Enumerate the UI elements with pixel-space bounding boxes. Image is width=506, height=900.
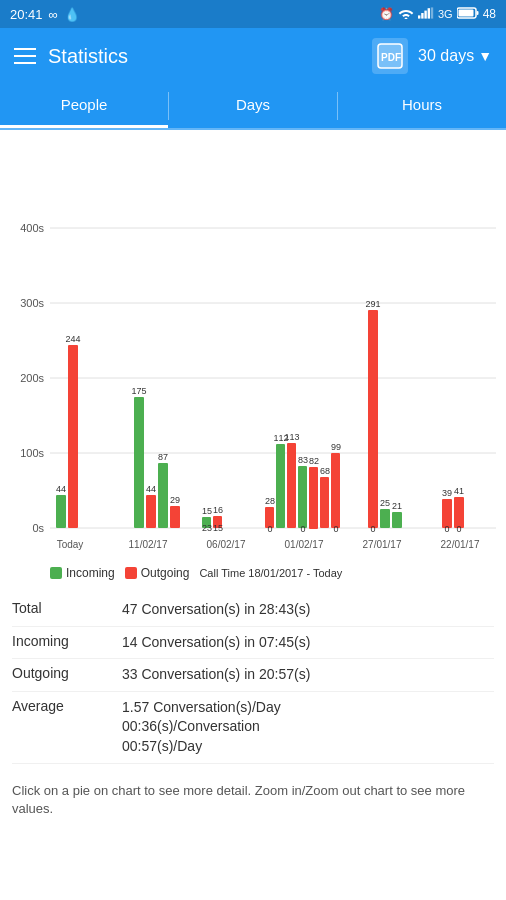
svg-point-0 [404,17,407,19]
svg-text:100s: 100s [20,447,44,459]
svg-rect-7 [476,11,478,15]
time-display: 20:41 [10,7,43,22]
stats-table: Total 47 Conversation(s) in 28:43(s) Inc… [0,586,506,772]
days-selector[interactable]: 30 days ▼ [418,47,492,65]
outgoing-color-swatch [125,567,137,579]
battery-level: 48 [483,7,496,21]
svg-text:15: 15 [202,506,212,516]
svg-rect-45 [276,444,285,528]
header-left: Statistics [14,45,128,68]
svg-text:175: 175 [131,386,146,396]
svg-rect-60 [368,310,378,528]
stats-value-average: 1.57 Conversation(s)/Day00:36(s)/Convers… [122,698,494,757]
legend-outgoing-label: Outgoing [141,566,190,580]
header-right: PDF 30 days ▼ [372,38,492,74]
svg-rect-55 [331,453,340,528]
svg-text:06/02/17: 06/02/17 [207,539,246,550]
svg-text:400s: 400s [20,222,44,234]
wifi-icon [398,7,414,22]
svg-rect-37 [170,506,180,528]
svg-rect-51 [309,467,318,529]
page-title: Statistics [48,45,128,68]
bar-chart[interactable]: 400s 300s 200s 100s 0s Today 11/02/17 06… [0,138,506,558]
svg-rect-31 [134,397,144,528]
svg-text:0: 0 [300,524,305,534]
legend-outgoing: Outgoing [125,566,190,580]
drop-icon: 💧 [64,7,80,22]
svg-text:99: 99 [331,442,341,452]
svg-rect-1 [418,15,420,18]
stats-label-outgoing: Outgoing [12,665,122,681]
svg-text:83: 83 [298,455,308,465]
tab-hours[interactable]: Hours [338,84,506,128]
chart-legend: Incoming Outgoing Call Time 18/01/2017 -… [0,558,506,586]
stats-row-incoming: Incoming 14 Conversation(s) in 07:45(s) [12,627,494,660]
svg-rect-2 [421,13,423,19]
svg-text:25: 25 [380,498,390,508]
stats-label-incoming: Incoming [12,633,122,649]
svg-rect-62 [380,509,390,528]
svg-text:16: 16 [213,505,223,515]
network-type: 3G [438,8,453,20]
svg-rect-35 [158,463,168,528]
svg-text:22/01/17: 22/01/17 [441,539,480,550]
legend-incoming-label: Incoming [66,566,115,580]
menu-button[interactable] [14,48,36,64]
svg-text:291: 291 [365,299,380,309]
svg-rect-5 [431,7,433,18]
svg-text:0: 0 [456,524,461,534]
footer-note: Click on a pie on chart to see more deta… [0,772,506,828]
app-header: Statistics PDF 30 days ▼ [0,28,506,84]
tab-people[interactable]: People [0,84,168,128]
svg-text:0: 0 [370,524,375,534]
svg-rect-53 [320,477,329,528]
svg-rect-27 [56,495,66,528]
svg-text:21: 21 [392,501,402,511]
svg-text:113: 113 [284,432,299,442]
svg-text:PDF: PDF [381,52,401,63]
svg-rect-64 [392,512,402,528]
infinity-icon: ∞ [49,7,58,22]
svg-rect-47 [287,443,296,528]
legend-calltime: Call Time 18/01/2017 - Today [199,567,342,579]
status-bar: 20:41 ∞ 💧 ⏰ 3G [0,0,506,28]
svg-text:200s: 200s [20,372,44,384]
status-right: ⏰ 3G [379,7,496,22]
signal-icon [418,7,434,22]
svg-rect-4 [428,8,430,18]
svg-text:44: 44 [56,484,66,494]
status-left: 20:41 ∞ 💧 [10,7,80,22]
svg-text:41: 41 [454,486,464,496]
stats-value-total: 47 Conversation(s) in 28:43(s) [122,600,494,620]
alarm-icon: ⏰ [379,7,394,21]
svg-rect-3 [424,10,426,18]
svg-text:0: 0 [333,524,338,534]
svg-text:44: 44 [146,484,156,494]
tab-days[interactable]: Days [169,84,337,128]
svg-text:0: 0 [444,524,449,534]
svg-text:23: 23 [202,523,212,533]
svg-text:01/02/17: 01/02/17 [285,539,324,550]
pdf-button[interactable]: PDF [372,38,408,74]
svg-text:11/02/17: 11/02/17 [129,539,168,550]
stats-value-incoming: 14 Conversation(s) in 07:45(s) [122,633,494,653]
stats-row-average: Average 1.57 Conversation(s)/Day00:36(s)… [12,692,494,764]
stats-label-total: Total [12,600,122,616]
chart-container: 400s 300s 200s 100s 0s Today 11/02/17 06… [0,130,506,586]
svg-text:15: 15 [213,523,223,533]
svg-rect-29 [68,345,78,528]
days-label: 30 days [418,47,474,65]
tab-bar: People Days Hours [0,84,506,130]
svg-text:29: 29 [170,495,180,505]
svg-text:82: 82 [309,456,319,466]
stats-row-outgoing: Outgoing 33 Conversation(s) in 20:57(s) [12,659,494,692]
legend-incoming: Incoming [50,566,115,580]
dropdown-arrow-icon: ▼ [478,48,492,64]
stats-row-total: Total 47 Conversation(s) in 28:43(s) [12,594,494,627]
svg-rect-8 [458,9,473,16]
stats-value-outgoing: 33 Conversation(s) in 20:57(s) [122,665,494,685]
svg-text:0s: 0s [32,522,44,534]
svg-text:68: 68 [320,466,330,476]
stats-label-average: Average [12,698,122,714]
svg-text:0: 0 [267,524,272,534]
